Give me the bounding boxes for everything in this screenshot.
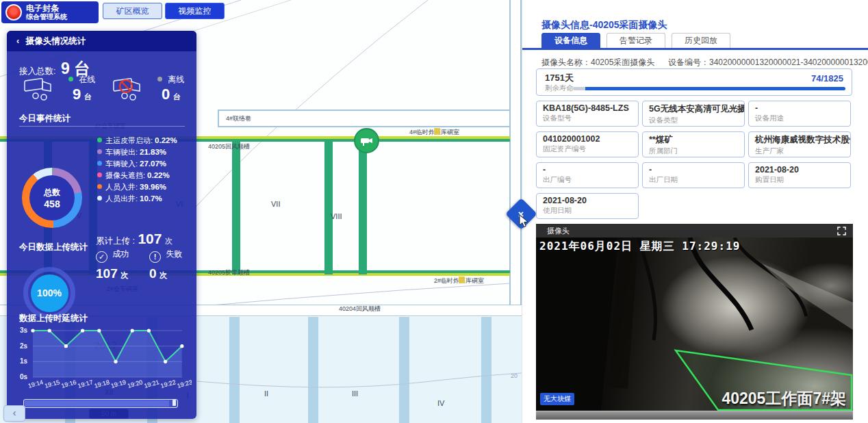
map-label: IV bbox=[437, 399, 444, 407]
legend-dot-icon bbox=[97, 161, 102, 166]
upload-rate-value: 100% bbox=[31, 274, 68, 312]
device-code-label: 设备编号： bbox=[668, 57, 709, 67]
map-corridor-right bbox=[509, 0, 522, 307]
video-status-badge: 无大块煤 bbox=[540, 393, 574, 405]
device-field-card: 5G无线本安高清可见光摄像头设备类型 bbox=[642, 101, 745, 127]
legend-value: 10.7% bbox=[140, 194, 162, 203]
legend-value: 0.22% bbox=[155, 136, 177, 144]
legend-dot-icon bbox=[97, 184, 102, 189]
scrollbar-handle[interactable] bbox=[173, 400, 176, 406]
map-highlight-icon bbox=[434, 128, 440, 135]
device-field-card: -出厂编号 bbox=[536, 162, 639, 188]
field-value: 041020001002 bbox=[543, 134, 632, 144]
tab-device-info[interactable]: 设备信息 bbox=[541, 33, 600, 49]
field-label: 生产厂家 bbox=[755, 146, 844, 156]
map-label: 4#联络巷 bbox=[226, 114, 251, 123]
cumulative-value: 107 bbox=[138, 231, 162, 246]
field-label: 出厂日期 bbox=[649, 175, 738, 185]
tab-alarm-records[interactable]: 告警记录 bbox=[607, 33, 665, 49]
map-label: III bbox=[352, 389, 358, 398]
offline-camera-icon bbox=[110, 75, 151, 102]
map-collapse-button[interactable]: ‹ bbox=[3, 405, 25, 422]
svg-text:19:15: 19:15 bbox=[44, 379, 60, 389]
cumulative-upload: 累计上传 : 107 次 bbox=[96, 231, 173, 247]
field-value: 杭州海康威视数字技术股份有... bbox=[755, 134, 844, 146]
field-value: 5G无线本安高清可见光摄像头 bbox=[649, 103, 738, 115]
device-field-card: -设备用途 bbox=[748, 101, 851, 127]
company-logo-icon bbox=[5, 4, 22, 21]
device-field-card: 杭州海康威视数字技术股份有...生产厂家 bbox=[748, 131, 851, 157]
map-corridor-top bbox=[218, 110, 526, 127]
remaining-life-label: 剩余寿命 bbox=[545, 84, 574, 93]
field-label: 设备用途 bbox=[755, 114, 844, 123]
success-legend: ✓ 成功 bbox=[96, 248, 129, 263]
device-field-card: 2021-08-20使用日期 bbox=[536, 193, 639, 219]
nav-video-monitor-button[interactable]: 视频监控 bbox=[165, 3, 225, 19]
field-value: - bbox=[543, 165, 632, 175]
cumulative-unit: 次 bbox=[165, 237, 173, 245]
svg-text:0s: 0s bbox=[20, 373, 28, 381]
device-field-card: 041020001002固定资产编号 bbox=[536, 131, 639, 157]
map-label: VII bbox=[271, 200, 280, 208]
camera-name-label: 摄像头名称： bbox=[541, 57, 591, 67]
camera-info-title: 摄像头信息-40205采面摄像头 bbox=[541, 19, 667, 31]
video-feed[interactable]: 2021年06月02日 星期三 17:29:19 40205工作面7#架 无大块… bbox=[536, 238, 853, 411]
svg-text:2s: 2s bbox=[20, 342, 28, 350]
offline-unit: 台 bbox=[173, 92, 181, 101]
device-field-card: KBA18(5G)-8485-LZS设备型号 bbox=[536, 101, 639, 127]
legend-dot-icon bbox=[97, 172, 102, 177]
camera-name-value: 40205采面摄像头 bbox=[591, 57, 654, 67]
app-root: 4#联络巷4#临时炸药库硐室40205回风顺槽4#会车硐室VIIVIIIVVI4… bbox=[0, 0, 868, 423]
success-check-icon: ✓ bbox=[96, 251, 107, 263]
field-label: 出厂编号 bbox=[543, 175, 632, 185]
online-camera-icon bbox=[21, 75, 62, 102]
tab-history-playback[interactable]: 历史回放 bbox=[672, 33, 730, 49]
legend-label: 车辆驶出: bbox=[105, 148, 138, 156]
panel-header[interactable]: ‹ 摄像头情况统计 bbox=[7, 31, 196, 51]
field-label: 设备型号 bbox=[543, 114, 632, 123]
map-label: 40205胶带顺槽 bbox=[208, 268, 250, 277]
success-unit: 次 bbox=[120, 271, 128, 279]
fail-unit: 次 bbox=[159, 271, 167, 279]
event-legend-item: 摄像头遮挡:0.22% bbox=[97, 170, 170, 181]
back-chevron-icon[interactable]: ‹ bbox=[16, 36, 19, 46]
online-legend: 在线 bbox=[68, 74, 95, 86]
svg-text:19:17: 19:17 bbox=[77, 379, 93, 389]
scrollbar-fill bbox=[25, 400, 169, 407]
field-label: 设备类型 bbox=[649, 116, 738, 125]
field-label: 购置日期 bbox=[755, 175, 844, 185]
device-field-card: 2021-08-20购置日期 bbox=[748, 162, 851, 188]
offline-count: 0 台 bbox=[162, 86, 181, 103]
offline-legend: 离线 bbox=[157, 74, 184, 86]
nav-mine-overview-button[interactable]: 矿区概览 bbox=[103, 3, 162, 19]
map-label: II bbox=[264, 389, 268, 398]
legend-value: 27.07% bbox=[140, 159, 166, 168]
svg-text:19:22: 19:22 bbox=[159, 379, 176, 389]
legend-label: 摄像头遮挡: bbox=[105, 171, 145, 179]
online-count: 9 台 bbox=[73, 86, 92, 103]
online-value: 9 bbox=[73, 86, 81, 103]
field-label: 所属部门 bbox=[649, 146, 738, 156]
map-highlight-icon bbox=[459, 277, 465, 283]
delay-line-chart: 3s2s1s0s19:1419:1519:1619:1719:1819:1919… bbox=[11, 324, 192, 396]
camera-status-panel: ‹ 摄像头情况统计 接入总数: 9 台 在线 9 台 bbox=[7, 31, 196, 419]
svg-text:19:20: 19:20 bbox=[127, 379, 143, 389]
camera-marker-icon[interactable] bbox=[354, 128, 379, 153]
legend-dot-icon bbox=[97, 149, 102, 154]
offline-dot-icon bbox=[157, 77, 162, 81]
fail-exclamation-icon: ! bbox=[149, 251, 161, 263]
video-header-title: 摄像头 bbox=[547, 227, 570, 235]
device-field-card: -出厂日期 bbox=[642, 162, 745, 188]
fullscreen-icon[interactable] bbox=[837, 227, 846, 235]
map-crosscut bbox=[232, 140, 240, 274]
online-label: 在线 bbox=[79, 75, 95, 84]
event-legend-item: 车辆驶出:21.83% bbox=[97, 147, 166, 157]
svg-text:3s: 3s bbox=[20, 326, 28, 334]
delay-chart-scrollbar[interactable] bbox=[23, 399, 178, 408]
video-scrub-bar[interactable] bbox=[536, 411, 853, 420]
offline-value: 0 bbox=[162, 86, 170, 103]
field-label: 固定资产编号 bbox=[543, 144, 632, 154]
camera-name-meta: 摄像头名称：40205采面摄像头 bbox=[541, 57, 654, 68]
upload-section-title: 今日数据上传统计 bbox=[19, 242, 88, 253]
fail-count: 0 次 bbox=[149, 266, 167, 281]
